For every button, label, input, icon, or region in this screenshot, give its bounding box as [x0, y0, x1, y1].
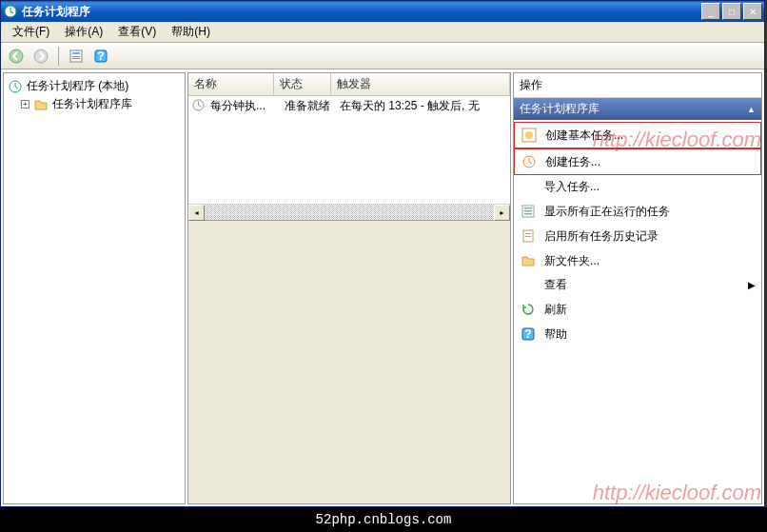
- document-icon: [520, 227, 537, 245]
- svg-rect-4: [72, 52, 80, 54]
- col-name[interactable]: 名称: [188, 73, 274, 95]
- action-refresh[interactable]: 刷新: [514, 297, 761, 322]
- list-icon: [520, 203, 537, 220]
- action-label: 帮助: [544, 326, 567, 343]
- task-list: 名称 状态 触发器 每分钟执... 准备就绪 在每天的 13:25 - 触发后,…: [187, 72, 511, 221]
- scroll-right-icon[interactable]: ►: [494, 205, 510, 221]
- window-controls: _ □ ✕: [701, 3, 762, 20]
- actions-pane-title: 操作: [514, 73, 761, 98]
- scroll-left-icon[interactable]: ◄: [188, 205, 205, 221]
- actions-section-header[interactable]: 任务计划程序库 ▲: [514, 98, 761, 120]
- cell-name: 每分钟执...: [206, 98, 279, 114]
- clock-icon: [8, 79, 23, 94]
- middle-panel: 名称 状态 触发器 每分钟执... 准备就绪 在每天的 13:25 - 触发后,…: [187, 72, 511, 504]
- menu-action[interactable]: 操作(A): [57, 22, 110, 42]
- actions-section-title: 任务计划程序库: [520, 101, 600, 117]
- scroll-track[interactable]: [205, 205, 494, 220]
- action-label: 显示所有正在运行的任务: [544, 204, 670, 220]
- titlebar: 任务计划程序 _ □ ✕: [1, 1, 764, 22]
- clock-icon: [192, 99, 205, 114]
- cell-triggers: 在每天的 13:25 - 触发后, 无: [336, 98, 506, 114]
- expand-icon[interactable]: +: [21, 100, 30, 108]
- svg-point-12: [525, 131, 533, 139]
- refresh-icon: [520, 301, 537, 318]
- svg-point-1: [10, 49, 23, 63]
- svg-text:?: ?: [524, 327, 531, 341]
- svg-rect-17: [524, 213, 532, 215]
- col-status[interactable]: 状态: [274, 73, 331, 95]
- maximize-button[interactable]: □: [722, 3, 741, 20]
- tree-panel: 任务计划程序 (本地) + 任务计划程序库: [3, 72, 186, 504]
- action-label: 刷新: [544, 302, 567, 318]
- svg-rect-15: [524, 207, 532, 209]
- footer-watermark: 52php.cnblogs.com: [0, 507, 767, 532]
- table-row[interactable]: 每分钟执... 准备就绪 在每天的 13:25 - 触发后, 无: [188, 96, 510, 116]
- folder-icon: [520, 252, 537, 269]
- wizard-icon: [521, 127, 538, 144]
- action-new-folder[interactable]: 新文件夹...: [514, 248, 761, 273]
- horizontal-scrollbar[interactable]: ◄ ►: [188, 204, 510, 220]
- action-import-task[interactable]: 导入任务...: [514, 175, 761, 199]
- tree-node-label: 任务计划程序 (本地): [27, 78, 128, 94]
- tree-root-node[interactable]: 任务计划程序 (本地): [6, 77, 183, 95]
- submenu-arrow-icon: ▶: [748, 280, 756, 290]
- menubar: 文件(F) 操作(A) 查看(V) 帮助(H): [1, 22, 764, 43]
- tree-library-node[interactable]: + 任务计划程序库: [6, 95, 183, 113]
- clock-icon: [521, 153, 538, 170]
- svg-text:?: ?: [97, 49, 104, 63]
- action-label: 创建任务...: [545, 154, 600, 170]
- svg-rect-6: [72, 58, 80, 59]
- detail-panel: [187, 221, 511, 504]
- svg-rect-16: [524, 210, 532, 212]
- folder-icon: [33, 97, 49, 112]
- action-help[interactable]: ? 帮助: [514, 322, 761, 346]
- menu-file[interactable]: 文件(F): [5, 22, 57, 42]
- properties-button[interactable]: [65, 45, 88, 68]
- svg-rect-19: [525, 233, 531, 234]
- toolbar-separator: [58, 47, 59, 66]
- action-view[interactable]: 查看 ▶: [514, 273, 761, 297]
- content-area: 任务计划程序 (本地) + 任务计划程序库 名称 状态 触发器: [1, 69, 764, 506]
- nav-back-button[interactable]: [5, 45, 28, 68]
- actions-panel: 操作 任务计划程序库 ▲ 创建基本任务... 创建任务... 导入任务...: [513, 72, 762, 504]
- menu-view[interactable]: 查看(V): [110, 22, 164, 42]
- list-body: 每分钟执... 准备就绪 在每天的 13:25 - 触发后, 无: [188, 96, 510, 204]
- action-label: 新文件夹...: [544, 253, 600, 269]
- action-label: 查看: [544, 277, 567, 293]
- cell-status: 准备就绪: [281, 98, 334, 114]
- action-create-task[interactable]: 创建任务...: [514, 148, 761, 175]
- action-enable-history[interactable]: 启用所有任务历史记录: [514, 224, 761, 248]
- help-toolbar-button[interactable]: ?: [89, 45, 112, 68]
- col-triggers[interactable]: 触发器: [331, 73, 510, 95]
- action-label: 导入任务...: [544, 179, 600, 195]
- menu-help[interactable]: 帮助(H): [164, 22, 218, 42]
- action-create-basic-task[interactable]: 创建基本任务...: [514, 122, 761, 148]
- action-label: 启用所有任务历史记录: [544, 228, 659, 245]
- svg-rect-20: [525, 236, 531, 237]
- window-title: 任务计划程序: [22, 4, 701, 20]
- action-show-running[interactable]: 显示所有正在运行的任务: [514, 199, 761, 224]
- collapse-icon: ▲: [747, 105, 756, 114]
- minimize-button[interactable]: _: [701, 3, 720, 20]
- tree-node-label: 任务计划程序库: [52, 96, 132, 112]
- clock-icon: [3, 4, 18, 19]
- list-header: 名称 状态 触发器: [188, 73, 510, 96]
- action-label: 创建基本任务...: [545, 128, 623, 144]
- nav-forward-button[interactable]: [30, 45, 52, 68]
- svg-point-2: [34, 49, 48, 63]
- app-window: 任务计划程序 _ □ ✕ 文件(F) 操作(A) 查看(V) 帮助(H) ?: [0, 0, 765, 507]
- close-button[interactable]: ✕: [743, 3, 762, 20]
- svg-rect-5: [72, 56, 80, 57]
- help-icon: ?: [520, 325, 537, 343]
- toolbar: ?: [1, 43, 764, 69]
- action-list: 创建基本任务... 创建任务... 导入任务... 显示所有正在运行的任务 启用…: [514, 120, 761, 348]
